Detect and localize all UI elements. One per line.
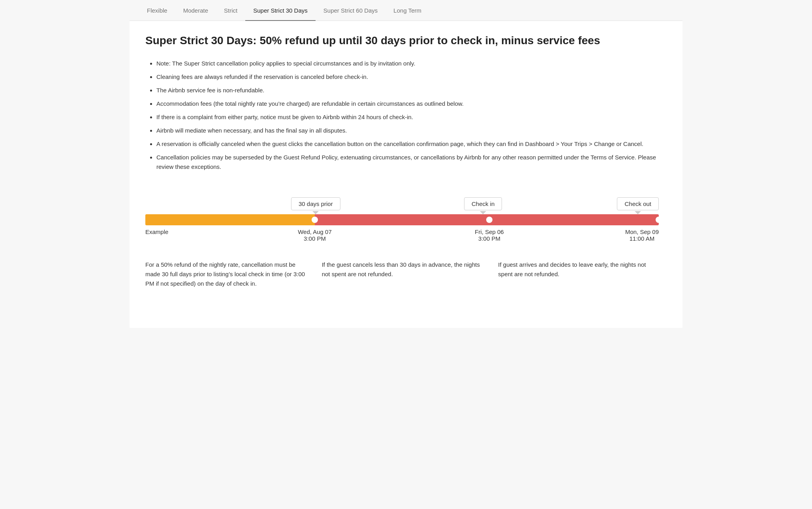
label-checkin: Check in (464, 197, 502, 214)
tab-strict[interactable]: Strict (216, 0, 245, 21)
label-checkin-box: Check in (464, 197, 502, 210)
label-30-days-prior: 30 days prior (291, 197, 340, 214)
timeline-section: 30 days prior Check in Check out (145, 191, 659, 288)
date1-line1: Wed, Aug 07 (298, 228, 332, 235)
bullet-item: A reservation is officially canceled whe… (156, 139, 659, 149)
desc-col-2: If the guest cancels less than 30 days i… (322, 260, 498, 288)
date2-line1: Fri, Sep 06 (475, 228, 504, 235)
bar-full (145, 214, 659, 225)
tab-flexible[interactable]: Flexible (139, 0, 175, 21)
date3-line1: Mon, Sep 09 (625, 228, 659, 235)
bullet-item: Cleaning fees are always refunded if the… (156, 72, 659, 82)
label-checkout: Check out (617, 197, 659, 214)
date2-line2: 3:00 PM (478, 235, 500, 242)
bullet-item: If there is a complaint from either part… (156, 112, 659, 122)
tabs-bar: Flexible Moderate Strict Super Strict 30… (130, 0, 682, 21)
dot-30-days (312, 217, 318, 223)
label-30-days-box: 30 days prior (291, 197, 340, 210)
bullet-item: Airbnb will mediate when necessary, and … (156, 126, 659, 135)
tab-long-term[interactable]: Long Term (385, 0, 429, 21)
dot-checkin (486, 217, 492, 223)
bullet-item: The Airbnb service fee is non-refundable… (156, 86, 659, 95)
example-label: Example (145, 228, 168, 235)
date1-line2: 3:00 PM (304, 235, 326, 242)
dates-container: Example Wed, Aug 07 3:00 PM Fri, Sep 06 … (145, 228, 659, 247)
desc-text-1: For a 50% refund of the nightly rate, ca… (145, 260, 306, 288)
desc-col-1: For a 50% refund of the nightly rate, ca… (145, 260, 322, 288)
bar-segment-yellow (145, 214, 315, 225)
bullet-item: Note: The Super Strict cancellation poli… (156, 59, 659, 68)
dot-checkout (656, 217, 662, 223)
main-content: Super Strict 30 Days: 50% refund up unti… (130, 21, 675, 328)
tab-super-strict-30[interactable]: Super Strict 30 Days (245, 0, 316, 21)
date-block-3: Mon, Sep 09 11:00 AM (625, 228, 659, 242)
timeline-bar (145, 214, 659, 225)
desc-text-2: If the guest cancels less than 30 days i… (322, 260, 483, 279)
timeline-label-row: 30 days prior Check in Check out (145, 191, 659, 214)
date-block-1: Wed, Aug 07 3:00 PM (298, 228, 332, 242)
date3-line2: 11:00 AM (630, 235, 654, 242)
label-checkout-box: Check out (617, 197, 659, 210)
tab-super-strict-60[interactable]: Super Strict 60 Days (316, 0, 386, 21)
arrow-checkin (480, 211, 486, 214)
date-block-2: Fri, Sep 06 3:00 PM (475, 228, 504, 242)
arrow-checkout (635, 211, 641, 214)
page-title: Super Strict 30 Days: 50% refund up unti… (145, 34, 659, 48)
arrow-30-days (312, 211, 319, 214)
policy-bullet-list: Note: The Super Strict cancellation poli… (145, 59, 659, 172)
desc-text-3: If guest arrives and decides to leave ea… (498, 260, 659, 279)
page-container: Flexible Moderate Strict Super Strict 30… (130, 0, 682, 328)
desc-col-3: If guest arrives and decides to leave ea… (498, 260, 659, 288)
descriptions-row: For a 50% refund of the nightly rate, ca… (145, 260, 659, 288)
bullet-item: Cancellation policies may be superseded … (156, 153, 659, 172)
tab-moderate[interactable]: Moderate (175, 0, 216, 21)
bullet-item: Accommodation fees (the total nightly ra… (156, 99, 659, 109)
